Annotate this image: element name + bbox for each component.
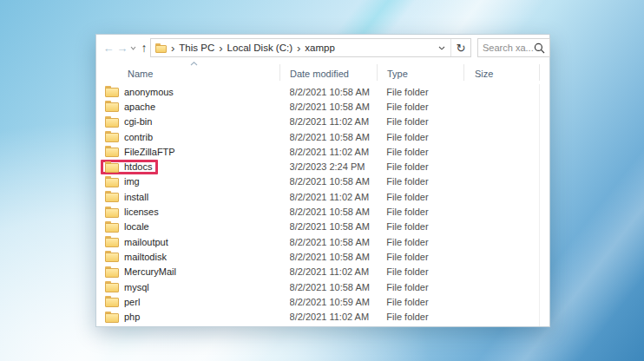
file-date-modified: 8/2/2021 11:02 AM — [290, 312, 387, 322]
file-row[interactable]: img8/2/2021 10:58 AMFile folder — [96, 174, 538, 189]
file-name: contrib — [124, 132, 153, 142]
folder-icon — [155, 43, 167, 53]
file-name: MercuryMail — [124, 266, 176, 277]
file-date-modified: 8/2/2021 10:58 AM — [290, 176, 387, 187]
file-type: File folder — [386, 132, 474, 142]
file-row[interactable]: perl8/2/2021 10:59 AMFile folder — [96, 294, 538, 309]
column-header-name[interactable]: Name — [128, 69, 153, 79]
sort-ascending-icon — [190, 62, 198, 66]
breadcrumb-chevron-icon[interactable]: › — [292, 43, 305, 54]
breadcrumb-chevron-icon[interactable]: › — [214, 43, 227, 54]
file-row[interactable]: mailoutput8/2/2021 10:58 AMFile folder — [96, 234, 538, 249]
file-row[interactable]: locale8/2/2021 10:58 AMFile folder — [96, 220, 538, 234]
file-type: File folder — [386, 147, 474, 157]
file-date-modified: 8/2/2021 11:02 AM — [290, 266, 387, 277]
file-name-wrap: contrib — [101, 129, 159, 144]
file-name: apache — [124, 102, 155, 112]
file-name-wrap: FileZillaFTP — [101, 144, 181, 159]
column-divider — [279, 64, 280, 81]
highlight-annotation: htdocs — [101, 160, 158, 174]
file-name-wrap: locale — [101, 220, 155, 234]
search-box[interactable]: Search xa... — [477, 38, 550, 57]
file-row[interactable]: mailtodisk8/2/2021 10:58 AMFile folder — [96, 249, 538, 264]
file-date-modified: 8/2/2021 10:58 AM — [290, 282, 387, 292]
file-type: File folder — [386, 266, 474, 277]
address-bar[interactable]: › This PC › Local Disk (C:) › xampp ↻ — [150, 38, 471, 57]
folder-icon — [105, 146, 119, 157]
folder-icon — [105, 191, 119, 202]
folder-icon — [105, 131, 119, 142]
folder-icon — [105, 101, 119, 112]
file-row[interactable]: contrib8/2/2021 10:58 AMFile folder — [96, 129, 538, 144]
file-name-wrap: anonymous — [101, 84, 180, 99]
file-type: File folder — [386, 297, 474, 307]
file-type: File folder — [386, 176, 474, 187]
file-row[interactable]: FileZillaFTP8/2/2021 11:02 AMFile folder — [96, 144, 538, 159]
file-date-modified: 8/2/2021 10:58 AM — [290, 207, 387, 217]
file-name-wrap: apache — [101, 99, 161, 114]
file-row[interactable]: cgi-bin8/2/2021 11:02 AMFile folder — [96, 115, 538, 129]
file-row[interactable]: htdocs3/2/2023 2:24 PMFile folder — [96, 159, 538, 174]
file-row[interactable]: anonymous8/2/2021 10:58 AMFile folder — [96, 84, 538, 99]
folder-icon — [105, 221, 119, 233]
file-type: File folder — [386, 282, 474, 292]
file-name-wrap: mailtodisk — [101, 249, 173, 264]
file-type: File folder — [386, 102, 474, 112]
folder-icon — [105, 236, 119, 247]
forward-button[interactable]: → — [116, 43, 128, 54]
up-button[interactable]: ↑ — [138, 42, 150, 54]
address-dropdown-chevron-icon[interactable] — [433, 46, 450, 50]
column-header-size[interactable]: Size — [475, 69, 493, 79]
file-date-modified: 8/2/2021 10:58 AM — [290, 237, 387, 247]
file-type: File folder — [386, 116, 474, 127]
file-name: img — [124, 176, 140, 187]
scrollbar-track-edge — [539, 84, 540, 326]
file-date-modified: 8/2/2021 10:59 AM — [290, 297, 387, 307]
breadcrumb-xampp[interactable]: xampp — [305, 43, 335, 53]
file-row[interactable]: mysql8/2/2021 10:58 AMFile folder — [96, 279, 538, 294]
column-divider — [539, 64, 540, 81]
file-name: anonymous — [124, 87, 174, 97]
file-type: File folder — [386, 192, 474, 202]
file-name-wrap: mailoutput — [101, 234, 174, 249]
folder-icon — [105, 161, 119, 173]
file-date-modified: 8/2/2021 10:58 AM — [290, 132, 387, 142]
file-type: File folder — [386, 87, 474, 97]
file-date-modified: 8/2/2021 11:02 AM — [290, 192, 387, 202]
file-name: mailtodisk — [124, 252, 167, 262]
file-date-modified: 8/2/2021 10:58 AM — [290, 102, 387, 112]
file-name-wrap: php — [101, 310, 146, 325]
file-name: licenses — [124, 207, 159, 217]
column-header-date-modified[interactable]: Date modified — [290, 69, 349, 79]
file-date-modified: 8/2/2021 10:58 AM — [290, 87, 387, 97]
folder-icon — [105, 207, 119, 218]
file-name-wrap: MercuryMail — [101, 265, 182, 279]
recent-locations-chevron-icon[interactable] — [130, 46, 136, 50]
search-icon[interactable] — [534, 43, 545, 54]
folder-icon — [105, 312, 119, 323]
folder-icon — [105, 116, 119, 128]
file-name-wrap: licenses — [101, 205, 165, 220]
file-date-modified: 8/2/2021 10:58 AM — [290, 221, 387, 232]
file-row[interactable]: install8/2/2021 11:02 AMFile folder — [96, 189, 538, 204]
column-header-row: Name Date modified Type Size — [96, 61, 538, 84]
column-divider — [377, 64, 378, 81]
back-button[interactable]: ← — [102, 43, 115, 54]
search-placeholder: Search xa... — [483, 43, 534, 53]
file-row[interactable]: apache8/2/2021 10:58 AMFile folder — [96, 99, 538, 114]
explorer-toolbar: ← → ↑ › This PC › Local Disk (C:) › xamp… — [96, 35, 549, 61]
folder-icon — [105, 266, 119, 278]
breadcrumb-this-pc[interactable]: This PC — [179, 43, 214, 53]
file-type: File folder — [386, 161, 474, 172]
file-name-wrap: cgi-bin — [101, 115, 158, 129]
file-name: cgi-bin — [124, 116, 152, 127]
file-row[interactable]: MercuryMail8/2/2021 11:02 AMFile folder — [96, 265, 538, 279]
breadcrumb-chevron-icon[interactable]: › — [167, 43, 179, 54]
file-row[interactable]: licenses8/2/2021 10:58 AMFile folder — [96, 204, 538, 219]
breadcrumb-local-disk-c[interactable]: Local Disk (C:) — [227, 43, 292, 53]
column-header-type[interactable]: Type — [387, 69, 408, 79]
folder-icon — [105, 296, 119, 307]
refresh-icon[interactable]: ↻ — [451, 43, 470, 54]
file-row[interactable]: php8/2/2021 11:02 AMFile folder — [96, 309, 538, 324]
column-divider — [463, 64, 464, 81]
